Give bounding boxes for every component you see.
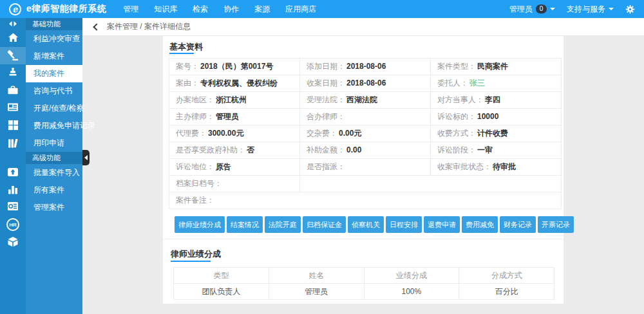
top-menu-item-knowledge[interactable]: 知识库 — [146, 0, 185, 18]
report-icon[interactable] — [0, 201, 26, 211]
field-value: 0.00 — [346, 145, 361, 154]
field-label: 收费方式： — [437, 129, 476, 138]
cube-icon[interactable] — [0, 236, 26, 247]
field-label: 受理法院： — [307, 95, 345, 104]
table-row: 案件备注： — [169, 192, 562, 209]
top-menu: 管理 知识库 检索 协作 案源 应用商店 — [115, 0, 324, 18]
top-menu-item-case-source[interactable]: 案源 — [247, 0, 278, 18]
top-menu-item-search[interactable]: 检索 — [185, 0, 216, 18]
stamp-icon[interactable] — [0, 67, 26, 77]
invoice-records-button[interactable]: 开票记录 — [538, 216, 574, 233]
top-menu-item-app-store[interactable]: 应用商店 — [278, 0, 324, 18]
archive-deposit-button[interactable]: 归档保证金 — [303, 216, 346, 233]
col-header-name: 姓名 — [269, 268, 364, 284]
close-case-button[interactable]: 结案情况 — [227, 216, 263, 233]
field-label: 诉讼标的： — [437, 112, 476, 121]
cell-split: 100% — [364, 284, 459, 300]
field-label: 主办律师： — [176, 112, 214, 121]
section-title-basic-info: 基本资料 — [169, 41, 203, 53]
client-link[interactable]: 张三 — [469, 78, 485, 88]
settings-gear-icon[interactable] — [625, 5, 635, 14]
field-value: 李四 — [485, 95, 500, 104]
app-logo-icon: e — [9, 3, 21, 15]
upload-box-icon[interactable] — [0, 167, 26, 177]
chevron-down-icon — [550, 8, 555, 10]
table-row: 是否享受政府补助：否 补助金额：0.00 诉讼阶段：一审 — [169, 142, 562, 159]
field-value: 西湖法院 — [346, 95, 377, 104]
briefcase-icon[interactable] — [0, 84, 26, 95]
user-name: 管理员 — [509, 4, 533, 15]
col-header-split: 业绩分成 — [364, 268, 459, 284]
action-button-row: 律师业绩分成 结案情况 法院开庭 归档保证金 侦察机关 日程安排 退费申请 费用… — [175, 216, 561, 233]
grid-icon[interactable] — [0, 120, 26, 131]
sidebar-item-conflict-check[interactable]: 利益冲突审查 — [26, 30, 82, 48]
gavel-icon[interactable] — [0, 50, 26, 61]
id-card-icon[interactable] — [0, 102, 26, 112]
section-title-performance: 律师业绩分成 — [171, 248, 221, 260]
field-label: 档案归档号： — [176, 179, 222, 188]
refund-request-button[interactable]: 退费申请 — [424, 216, 460, 233]
sidebar-item-seal-application[interactable]: 用印申请 — [26, 134, 82, 152]
field-label: 收案审批状态： — [437, 162, 491, 171]
top-menu-item-manage[interactable]: 管理 — [115, 0, 146, 18]
top-menu-item-collaborate[interactable]: 协作 — [216, 0, 247, 18]
field-value: 一审 — [477, 145, 493, 154]
field-label: 合办律师： — [307, 112, 345, 121]
schedule-button[interactable]: 日程安排 — [386, 216, 422, 233]
fee-reduction-button[interactable]: 费用减免 — [462, 216, 498, 233]
user-menu[interactable]: 管理员 0 — [509, 4, 555, 15]
court-session-button[interactable]: 法院开庭 — [265, 216, 301, 233]
sidebar-menu: 基础功能 利益冲突审查 新增案件 我的案件 咨询与代书 开庭/侦查/检察 费用减… — [26, 18, 82, 314]
field-value: 原告 — [216, 162, 231, 171]
table-row: 案号：2018（民）第0017号 添加日期：2018-08-06 案件类型：民商… — [169, 59, 562, 75]
field-label: 诉讼地位： — [176, 162, 214, 171]
field-label: 对方当事人： — [437, 95, 484, 104]
sidebar-item-batch-import[interactable]: 批量案件导入 — [26, 164, 82, 181]
field-value: 民商案件 — [477, 62, 508, 71]
lawyer-split-button[interactable]: 律师业绩分成 — [175, 216, 225, 233]
section-title-underline — [171, 261, 211, 262]
table-row: 代理费：3000.00元 交杂费：0.00元 收费方式：计件收费 — [169, 125, 562, 142]
field-value: 0.00元 — [339, 129, 361, 138]
table-row: 案由：专利权权属、侵权纠纷 收案日期：2018-08-06 委托人：张三 — [169, 75, 562, 92]
finance-records-button[interactable]: 财务记录 — [500, 216, 536, 233]
sidebar-item-consult-draft[interactable]: 咨询与代书 — [26, 82, 82, 100]
sidebar-item-manage-cases[interactable]: 管理案件 — [26, 199, 82, 216]
cell-method: 百分比 — [459, 284, 554, 300]
sidebar-item-fee-reduction-records[interactable]: 费用减免申请记录 — [26, 117, 82, 134]
back-chevron-icon[interactable] — [93, 23, 100, 30]
col-header-type: 类型 — [174, 268, 269, 284]
menu-section-basic: 基础功能 — [26, 18, 82, 30]
field-label: 是否指派： — [307, 162, 345, 171]
sidebar-item-my-cases[interactable]: 我的案件 — [26, 65, 82, 82]
cell-name: 管理员 — [269, 284, 364, 300]
app-title: e律师智能律所系统 — [26, 3, 106, 15]
collapse-arrows-icon[interactable] — [0, 20, 26, 28]
notification-badge: 0 — [536, 5, 547, 14]
field-label: 补助金额： — [307, 145, 345, 154]
field-value: 3000.00元 — [208, 129, 243, 138]
sidebar-collapse-handle[interactable] — [82, 150, 90, 165]
menu-section-advanced: 高级功能 — [26, 152, 82, 164]
bar-chart-icon[interactable] — [0, 184, 26, 194]
field-label: 是否享受政府补助： — [176, 145, 245, 154]
field-value: 10000 — [477, 112, 498, 121]
home-icon[interactable] — [0, 32, 26, 42]
sidebar-item-court-investigation[interactable]: 开庭/侦查/检察 — [26, 100, 82, 117]
field-value: 计件收费 — [477, 129, 508, 138]
field-value: 2018-08-06 — [346, 78, 386, 88]
col-header-method: 分成方式 — [459, 268, 554, 284]
books-icon[interactable] — [0, 138, 26, 149]
sidebar-item-all-cases[interactable]: 所有案件 — [26, 181, 82, 199]
field-label: 代理费： — [176, 129, 207, 138]
breadcrumb-path: 案件管理 / 案件详细信息 — [107, 21, 191, 32]
investigation-organ-button[interactable]: 侦察机关 — [348, 216, 384, 233]
field-value: 2018-08-06 — [346, 62, 386, 71]
support-menu[interactable]: 支持与服务 — [567, 4, 614, 15]
chevron-down-icon — [609, 8, 614, 10]
sidebar-item-new-case[interactable]: 新增案件 — [26, 48, 82, 65]
field-label: 案由： — [176, 78, 199, 88]
field-label: 收案日期： — [307, 78, 345, 88]
hr-badge-icon[interactable]: HR — [0, 218, 26, 231]
case-detail-card: 基本资料 案号：2018（民）第0017号 添加日期：2018-08-06 案件… — [163, 36, 564, 304]
